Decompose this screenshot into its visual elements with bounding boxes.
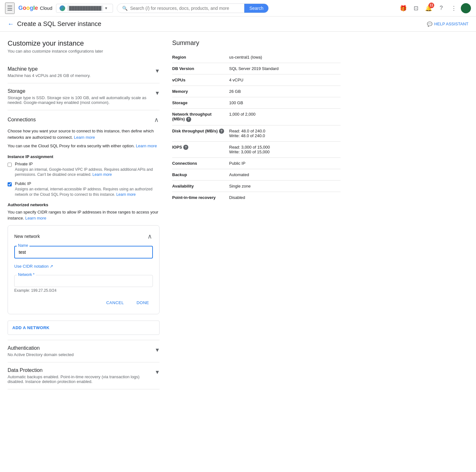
cidr-link-text: Use CIDR notation xyxy=(14,264,48,269)
authentication-text: Authentication No Active Directory domai… xyxy=(8,345,74,357)
machine-type-header[interactable]: Machine type Machine has 4 vCPUs and 26 … xyxy=(8,66,160,78)
private-ip-learn-more[interactable]: Learn more xyxy=(92,172,112,177)
summary-value: 100 GB xyxy=(229,97,341,109)
summary-label: Point-in-time recovery xyxy=(172,192,229,203)
summary-row: vCPUs4 vCPU xyxy=(172,74,341,86)
summary-value: Single zone xyxy=(229,180,341,192)
new-network-card: New network ∧ Name Use CIDR notation ↗ xyxy=(8,225,160,314)
public-ip-learn-more[interactable]: Learn more xyxy=(116,192,135,197)
summary-value: Public IP xyxy=(229,157,341,169)
summary-label: Storage xyxy=(172,97,229,109)
authorized-networks-title: Authorized networks xyxy=(8,202,160,207)
summary-label: DB Version xyxy=(172,63,229,74)
summary-value: Automated xyxy=(229,169,341,180)
storage-desc: Storage type is SSD. Storage size is 100… xyxy=(8,95,155,105)
storage-expand-icon: ▾ xyxy=(155,88,160,97)
private-ip-desc: Assigns an internal, Google-hosted VPC I… xyxy=(15,167,160,178)
summary-row: Memory26 GB xyxy=(172,86,341,97)
gift-icon-button[interactable]: 🎁 xyxy=(398,3,409,14)
new-network-collapse-icon[interactable]: ∧ xyxy=(147,232,153,241)
public-ip-checkbox[interactable] xyxy=(8,182,12,187)
project-selector[interactable]: ████████████ ▾ xyxy=(56,4,113,13)
summary-row: Storage100 GB xyxy=(172,97,341,109)
help-icon[interactable]: ? xyxy=(183,145,188,150)
customize-title: Customize your instance xyxy=(8,39,160,48)
connections-intro2: You can use the Cloud SQL Proxy for extr… xyxy=(8,143,160,149)
help-icon[interactable]: ? xyxy=(219,129,224,134)
done-network-button[interactable]: DONE xyxy=(133,298,153,308)
storage-text: Storage Storage type is SSD. Storage siz… xyxy=(8,88,155,105)
data-protection-text: Data Protection Automatic backups enable… xyxy=(8,367,155,384)
authentication-expand-icon: ▾ xyxy=(155,345,160,354)
cancel-network-button[interactable]: CANCEL xyxy=(103,298,128,308)
summary-value: 1,000 of 2,000 xyxy=(229,109,341,125)
summary-label: Disk throughput (MB/s)? xyxy=(172,125,229,141)
connections-header[interactable]: Connections ∧ xyxy=(8,115,160,124)
network-name-field: Name xyxy=(14,246,153,258)
right-panel: Summary Regionus-central1 (Iowa)DB Versi… xyxy=(172,39,341,389)
cloud-label: Cloud xyxy=(40,5,52,11)
public-ip-item: Public IP Assigns an external, internet-… xyxy=(8,181,160,197)
network-value-field: Network * Example: 199.27.25.0/24 xyxy=(14,275,153,293)
chat-icon: 💬 xyxy=(427,22,432,27)
project-dot xyxy=(60,5,65,11)
authorized-networks-learn-more[interactable]: Learn more xyxy=(25,216,46,220)
private-ip-content: Private IP Assigns an internal, Google-h… xyxy=(15,162,160,178)
left-panel: Customize your instance You can also cus… xyxy=(8,39,172,389)
help-assistant-label: HELP ASSISTANT xyxy=(434,22,468,26)
data-protection-header[interactable]: Data Protection Automatic backups enable… xyxy=(8,367,160,384)
summary-value: Read: 3,000 of 15,000 Write: 3,000 of 15… xyxy=(229,141,341,157)
summary-row: BackupAutomated xyxy=(172,169,341,180)
summary-value: 26 GB xyxy=(229,86,341,97)
summary-row: DB VersionSQL Server 2019 Standard xyxy=(172,63,341,74)
network-name-label: Name xyxy=(17,243,29,248)
network-value-label: Network * xyxy=(17,272,36,277)
connections-learn-more-2[interactable]: Learn more xyxy=(136,144,157,148)
external-link-icon: ↗ xyxy=(50,264,53,269)
machine-type-text: Machine type Machine has 4 vCPUs and 26 … xyxy=(8,66,91,78)
summary-value: Read: 48.0 of 240.0 Write: 48.0 of 240.0 xyxy=(229,125,341,141)
network-name-input[interactable] xyxy=(14,246,153,258)
back-button[interactable]: ← xyxy=(8,20,14,28)
connections-title-text: Connections xyxy=(8,117,36,123)
summary-label: Backup xyxy=(172,169,229,180)
help-icon[interactable]: ? xyxy=(186,117,191,122)
hamburger-menu[interactable]: ☰ xyxy=(5,3,15,14)
machine-type-section: Machine type Machine has 4 vCPUs and 26 … xyxy=(8,61,160,83)
data-protection-title: Data Protection xyxy=(8,367,155,373)
help-icon-button[interactable]: ? xyxy=(435,3,447,14)
new-network-title: New network xyxy=(14,234,40,239)
storage-header[interactable]: Storage Storage type is SSD. Storage siz… xyxy=(8,88,160,105)
summary-label: Region xyxy=(172,52,229,63)
private-ip-checkbox[interactable] xyxy=(8,162,12,167)
main-content: Customize your instance You can also cus… xyxy=(0,32,348,397)
connections-learn-more-1[interactable]: Learn more xyxy=(74,135,95,140)
storage-section: Storage Storage type is SSD. Storage siz… xyxy=(8,83,160,110)
notifications-button[interactable]: 🔔 11 xyxy=(423,3,434,14)
storage-title: Storage xyxy=(8,88,155,94)
public-ip-desc: Assigns an external, internet-accessible… xyxy=(15,187,160,197)
summary-value: us-central1 (Iowa) xyxy=(229,52,341,63)
more-options-button[interactable]: ⋮ xyxy=(448,3,460,14)
data-protection-section: Data Protection Automatic backups enable… xyxy=(8,362,160,389)
summary-title: Summary xyxy=(172,39,341,47)
new-network-header: New network ∧ xyxy=(14,232,153,241)
user-avatar[interactable] xyxy=(461,3,471,13)
cidr-notation-link[interactable]: Use CIDR notation ↗ xyxy=(14,264,53,269)
search-button[interactable]: Search xyxy=(244,4,268,13)
public-ip-label: Public IP xyxy=(15,181,160,186)
help-assistant-button[interactable]: 💬 HELP ASSISTANT xyxy=(427,22,468,27)
nav-icons: 🎁 ⊡ 🔔 11 ? ⋮ xyxy=(398,3,471,14)
authentication-desc: No Active Directory domain selected xyxy=(8,352,74,357)
search-input[interactable] xyxy=(130,6,241,11)
summary-row: Regionus-central1 (Iowa) xyxy=(172,52,341,63)
project-name: ████████████ xyxy=(67,5,103,11)
screen-icon-button[interactable]: ⊡ xyxy=(410,3,422,14)
google-cloud-logo[interactable]: Google Cloud xyxy=(18,5,52,11)
authentication-header[interactable]: Authentication No Active Directory domai… xyxy=(8,345,160,357)
authorized-networks-desc: You can specify CIDR ranges to allow IP … xyxy=(8,209,160,221)
global-search-bar[interactable]: 🔍 Search xyxy=(117,3,269,13)
summary-table: Regionus-central1 (Iowa)DB VersionSQL Se… xyxy=(172,52,341,203)
data-protection-desc: Automatic backups enabled. Point-in-time… xyxy=(8,374,155,384)
add-network-button[interactable]: ADD A NETWORK xyxy=(8,321,160,335)
